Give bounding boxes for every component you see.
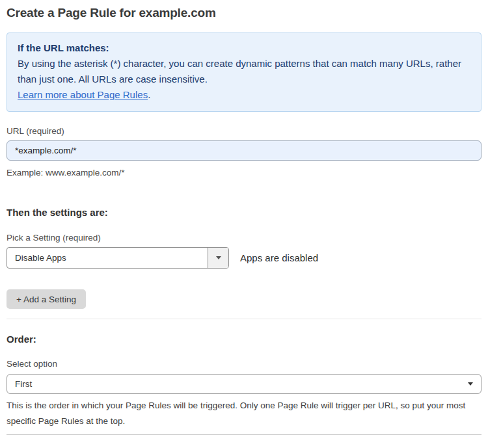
url-input[interactable] [7,140,481,161]
order-helper-text: This is the order in which your Page Rul… [7,398,481,429]
order-section-heading: Order: [7,334,481,345]
setting-select-caret-button[interactable] [208,248,228,268]
setting-select-value: Disable Apps [7,253,66,263]
setting-status-text: Apps are disabled [240,252,318,263]
page-title: Create a Page Rule for example.com [7,6,481,20]
link-period: . [148,89,150,100]
url-match-info-box: If the URL matches: By using the asteris… [7,33,481,112]
select-option-label: Select option [7,359,481,369]
setting-row: Disable Apps Apps are disabled [7,247,481,269]
setting-select[interactable]: Disable Apps [7,247,229,269]
chevron-down-icon [216,256,221,259]
actions-divider [7,434,481,435]
info-box-body: By using the asterisk (*) character, you… [18,56,470,87]
add-setting-button[interactable]: + Add a Setting [7,289,86,309]
info-box-heading: If the URL matches: [18,40,470,56]
section-divider [7,319,481,319]
url-example-helper: Example: www.example.com/* [7,165,481,181]
create-page-rule-panel: Create a Page Rule for example.com If th… [0,0,488,448]
settings-section-heading: Then the settings are: [7,207,481,218]
order-select[interactable]: First [7,374,481,394]
chevron-down-icon [468,382,473,386]
info-box-link-line: Learn more about Page Rules. [18,87,470,103]
pick-setting-label: Pick a Setting (required) [7,233,481,243]
learn-more-link[interactable]: Learn more about Page Rules [18,89,148,100]
url-label: URL (required) [7,126,481,136]
order-select-value: First [15,379,32,389]
